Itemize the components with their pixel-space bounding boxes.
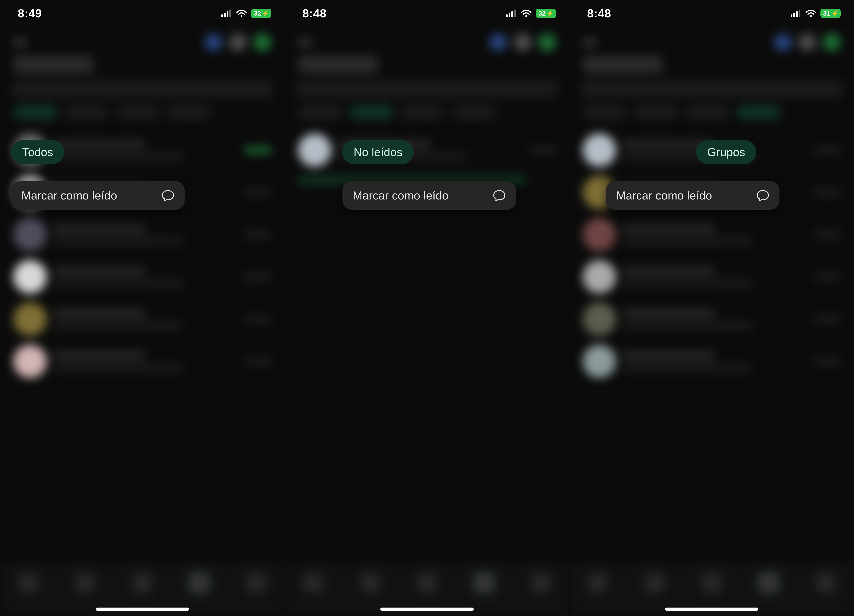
svg-rect-10 [791,14,792,17]
svg-rect-13 [799,9,801,17]
svg-rect-2 [227,11,229,17]
battery-indicator: 31⚡ [820,9,841,18]
svg-rect-0 [221,14,223,17]
wifi-icon [236,9,247,17]
context-menu-mark-read[interactable]: Marcar como leído [343,181,516,210]
context-menu-label: Marcar como leído [616,189,712,202]
phone-screen-3: 8:48 31⚡ [569,0,854,616]
status-bar: 8:49 32⚡ [0,0,285,27]
svg-rect-7 [511,11,513,17]
charging-bolt-icon: ⚡ [831,10,839,17]
chat-bubble-icon [756,190,769,201]
battery-percent: 32 [538,9,546,17]
blurred-chat-list-background [569,27,854,616]
phone-screen-1: 8:49 32⚡ [0,0,285,616]
status-icons: 32⚡ [506,9,556,18]
blurred-chat-list-background [285,27,569,616]
svg-rect-12 [796,11,798,17]
svg-point-14 [810,15,812,17]
cellular-signal-icon [221,9,232,17]
svg-rect-1 [224,13,226,17]
chat-bubble-icon [162,190,174,201]
wifi-icon [805,9,816,17]
charging-bolt-icon: ⚡ [262,10,269,17]
context-menu-label: Marcar como leído [353,189,448,202]
home-indicator[interactable] [380,608,474,611]
status-icons: 32⚡ [221,9,271,18]
context-menu-label: Marcar como leído [21,189,117,202]
battery-indicator: 32⚡ [251,9,271,18]
status-time: 8:48 [587,7,611,20]
svg-rect-3 [229,9,231,17]
filter-pill-grupos[interactable]: Grupos [696,140,756,164]
cellular-signal-icon [506,9,517,17]
filter-pill-todos[interactable]: Todos [11,140,64,164]
svg-rect-6 [509,13,510,17]
home-indicator[interactable] [96,608,189,611]
status-time: 8:48 [302,7,326,20]
status-icons: 31⚡ [791,9,841,18]
wifi-icon [521,9,532,17]
chat-bubble-icon [493,190,506,201]
blurred-chat-list-background [0,27,285,616]
svg-rect-8 [514,9,516,17]
cellular-signal-icon [791,9,801,17]
home-indicator[interactable] [665,608,758,611]
svg-point-4 [241,15,242,17]
status-bar: 8:48 31⚡ [569,0,854,27]
status-time: 8:49 [18,7,42,20]
context-menu-mark-read[interactable]: Marcar como leído [606,181,779,210]
charging-bolt-icon: ⚡ [547,10,554,17]
svg-rect-11 [793,13,795,17]
phone-screen-2: 8:48 32⚡ [285,0,569,616]
battery-percent: 32 [254,9,261,17]
filter-pill-no-leidos[interactable]: No leídos [343,140,414,164]
context-menu-mark-read[interactable]: Marcar como leído [11,181,185,210]
battery-indicator: 32⚡ [536,9,556,18]
battery-percent: 31 [823,9,830,17]
svg-rect-5 [506,14,508,17]
status-bar: 8:48 32⚡ [285,0,569,27]
svg-point-9 [525,15,527,17]
